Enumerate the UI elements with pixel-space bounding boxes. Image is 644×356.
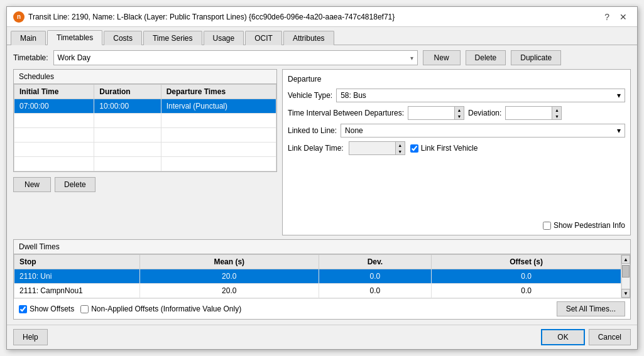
schedule-delete-button[interactable]: Delete — [55, 177, 96, 192]
linked-to-line-row: Linked to Line: None ▾ — [288, 124, 625, 138]
dwell-offset-1: 0.0 — [432, 284, 621, 298]
dialog-title: Transit Line: 2190, Name: L-Black (Layer… — [28, 13, 395, 21]
link-delay-spin-down[interactable]: ▼ — [396, 148, 405, 154]
schedules-section: Schedules Initial Time Duration Departur… — [13, 69, 277, 235]
dwell-scrollbar[interactable]: ▲ ▼ — [621, 254, 630, 298]
dwell-row-0[interactable]: 2110: Uni 20.0 0.0 0.0 — [14, 269, 621, 284]
link-delay-spin[interactable]: 00:00:00 ▲ ▼ — [349, 141, 405, 155]
time-interval-spin-up[interactable]: ▲ — [455, 107, 464, 113]
tab-ocit[interactable]: OCIT — [245, 31, 282, 45]
tab-attributes[interactable]: Attributes — [283, 31, 334, 45]
schedule-departure-times: Interval (Punctual) — [161, 99, 276, 114]
help-button[interactable]: Help — [13, 329, 48, 345]
schedules-panel: Schedules Initial Time Duration Departur… — [13, 69, 277, 172]
tab-timeseries[interactable]: Time Series — [143, 31, 202, 45]
title-bar-left: n Transit Line: 2190, Name: L-Black (Lay… — [13, 11, 395, 23]
vehicle-type-row: Vehicle Type: 58: Bus ▾ — [288, 89, 625, 102]
dwell-table-container: Stop Mean (s) Dev. Offset (s) 2110: Uni … — [14, 254, 630, 298]
vehicle-type-select[interactable]: 58: Bus ▾ — [336, 89, 625, 102]
link-delay-spin-up[interactable]: ▲ — [396, 142, 405, 148]
linked-to-line-label: Linked to Line: — [288, 126, 337, 135]
vehicle-type-label: Vehicle Type: — [288, 91, 332, 100]
tab-usage[interactable]: Usage — [204, 31, 244, 45]
bottom-right-buttons: OK Cancel — [541, 329, 631, 345]
show-offsets-text: Show Offsets — [30, 305, 74, 313]
dwell-col-dev: Dev. — [319, 255, 432, 269]
cancel-button[interactable]: Cancel — [589, 329, 631, 345]
vehicle-type-dropdown-arrow: ▾ — [617, 91, 621, 100]
link-delay-input[interactable]: 00:00:00 — [349, 141, 396, 155]
deviation-input[interactable]: 00:01:00 — [505, 106, 552, 120]
dwell-stop-1: 2111: CampnNou1 — [14, 284, 140, 298]
close-button[interactable]: ✕ — [616, 11, 631, 23]
main-dialog: n Transit Line: 2190, Name: L-Black (Lay… — [6, 6, 638, 350]
linked-to-line-dropdown-arrow: ▾ — [617, 126, 621, 135]
departure-panel: Departure Vehicle Type: 58: Bus ▾ Time I… — [282, 69, 631, 235]
link-first-vehicle-checkbox[interactable] — [410, 144, 418, 153]
dwell-row-1[interactable]: 2111: CampnNou1 20.0 0.0 0.0 — [14, 284, 621, 298]
set-all-times-button[interactable]: Set All Times... — [557, 301, 625, 316]
time-interval-spin[interactable]: 00:05:00 ▲ ▼ — [408, 106, 464, 120]
tab-main[interactable]: Main — [11, 31, 46, 45]
dwell-mean-0: 20.0 — [140, 269, 319, 284]
timetable-new-button[interactable]: New — [423, 50, 461, 65]
app-icon: n — [13, 11, 25, 23]
linked-to-line-select[interactable]: None ▾ — [341, 124, 625, 138]
deviation-label: Deviation: — [468, 109, 501, 117]
tab-costs[interactable]: Costs — [104, 31, 142, 45]
table-row-empty-4 — [14, 157, 276, 171]
main-area: Schedules Initial Time Duration Departur… — [13, 69, 631, 235]
show-offsets-checkbox[interactable] — [19, 305, 27, 313]
tab-bar: Main Timetables Costs Time Series Usage … — [7, 27, 637, 45]
pedestrian-info-checkbox[interactable] — [543, 222, 551, 230]
link-delay-spin-buttons: ▲ ▼ — [396, 141, 405, 155]
dwell-col-offset: Offset (s) — [432, 255, 621, 269]
tab-timetables[interactable]: Timetables — [47, 30, 102, 45]
link-delay-row: Link Delay Time: 00:00:00 ▲ ▼ Link First… — [288, 141, 625, 155]
table-row-empty-1 — [14, 114, 276, 128]
timetable-row: Timetable: Work Day ▾ New Delete Duplica… — [13, 50, 631, 65]
content-area: Timetable: Work Day ▾ New Delete Duplica… — [7, 45, 637, 325]
time-interval-label: Time Interval Between Departures: — [288, 109, 404, 117]
table-row-empty-3 — [14, 143, 276, 157]
table-row-empty-2 — [14, 128, 276, 143]
time-interval-spin-down[interactable]: ▼ — [455, 113, 464, 119]
bottom-bar: Help OK Cancel — [7, 325, 637, 349]
scroll-up-arrow[interactable]: ▲ — [621, 255, 630, 264]
schedules-title: Schedules — [14, 70, 276, 84]
timetable-delete-button[interactable]: Delete — [466, 50, 506, 65]
dwell-col-mean: Mean (s) — [140, 255, 319, 269]
schedule-new-button[interactable]: New — [13, 177, 51, 192]
schedules-buttons: New Delete — [13, 177, 277, 192]
dwell-offset-0: 0.0 — [432, 269, 621, 284]
dwell-footer-left: Show Offsets Non-Applied Offsets (Inform… — [19, 305, 241, 313]
pedestrian-info-label: Show Pedestrian Info — [554, 221, 625, 230]
pedestrian-info-checkbox-label[interactable]: Show Pedestrian Info — [543, 221, 625, 230]
scroll-thumb[interactable] — [622, 265, 630, 278]
deviation-spin[interactable]: 00:01:00 ▲ ▼ — [505, 106, 562, 120]
timetable-select[interactable]: Work Day ▾ — [53, 50, 418, 65]
non-applied-offsets-checkbox[interactable] — [80, 305, 89, 313]
schedules-col-initial-time: Initial Time — [14, 85, 94, 99]
time-interval-input[interactable]: 00:05:00 — [408, 106, 455, 120]
pedestrian-info-row: Show Pedestrian Info — [288, 218, 625, 230]
title-bar-controls: ? ✕ — [601, 11, 631, 23]
non-applied-offsets-label[interactable]: Non-Applied Offsets (Informative Value O… — [80, 305, 241, 313]
timetable-duplicate-button[interactable]: Duplicate — [511, 50, 561, 65]
time-interval-spin-buttons: ▲ ▼ — [455, 106, 464, 120]
ok-button[interactable]: OK — [541, 329, 584, 345]
dwell-times-title: Dwell Times — [14, 240, 630, 254]
link-delay-label: Link Delay Time: — [288, 144, 344, 153]
schedules-col-duration: Duration — [94, 85, 161, 99]
deviation-spin-down[interactable]: ▼ — [552, 113, 561, 119]
title-bar: n Transit Line: 2190, Name: L-Black (Lay… — [7, 7, 637, 27]
departure-title: Departure — [288, 75, 625, 84]
deviation-spin-up[interactable]: ▲ — [552, 107, 561, 113]
scroll-down-arrow[interactable]: ▼ — [621, 289, 630, 298]
help-title-button[interactable]: ? — [601, 11, 613, 23]
deviation-spin-buttons: ▲ ▼ — [552, 106, 562, 120]
show-offsets-label[interactable]: Show Offsets — [19, 305, 74, 313]
dwell-dev-1: 0.0 — [319, 284, 432, 298]
link-first-vehicle-label: Link First Vehicle — [421, 144, 478, 153]
table-row[interactable]: 07:00:00 10:00:00 Interval (Punctual) — [14, 99, 276, 114]
